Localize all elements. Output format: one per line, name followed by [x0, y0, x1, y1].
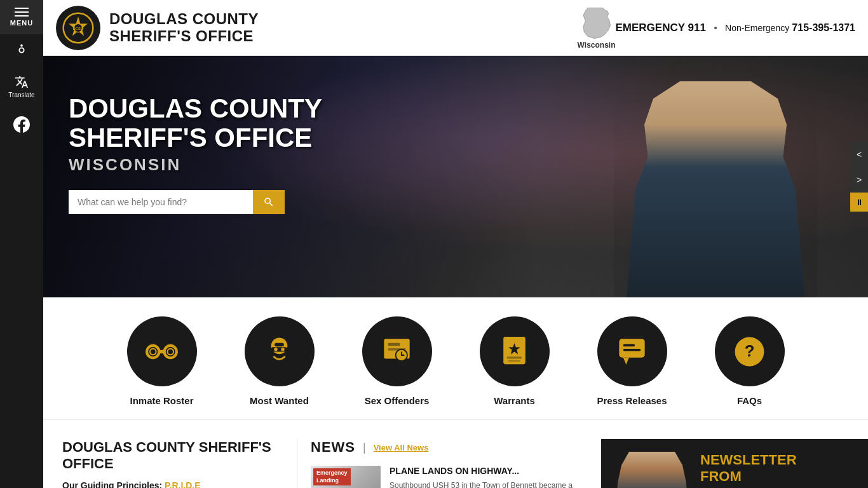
agency-logo[interactable]: DCSO — [56, 6, 100, 50]
warrants-label: Warrants — [494, 395, 534, 406]
search-icon — [263, 196, 275, 208]
hero-search-form — [69, 190, 285, 214]
pride-acronym: P.R.I.D.E — [165, 480, 201, 488]
non-emergency-number: 715-395-1371 — [792, 22, 855, 33]
news-thumbnail: Emergency Landing — [311, 466, 381, 488]
quick-link-press-releases[interactable]: Press Releases — [573, 316, 691, 406]
search-input[interactable] — [69, 190, 253, 214]
news-separator: | — [363, 441, 366, 454]
bottom-section: DOUGLAS COUNTY SHERIFF'S OFFICE Our Guid… — [43, 420, 868, 488]
slider-controls: < > ⏸ — [850, 142, 868, 212]
sheriff-badge-icon: DCSO — [62, 12, 94, 44]
hero-subtitle: WISCONSIN — [69, 155, 843, 175]
agency-name: DOUGLAS COUNTY SHERIFF'S OFFICE — [109, 11, 571, 44]
about-title: DOUGLAS COUNTY SHERIFF'S OFFICE — [62, 439, 278, 473]
quick-link-sex-offenders[interactable]: Sex Offenders — [338, 316, 456, 406]
about-principles-heading: Our Guiding Principles: P.R.I.D.E — [62, 480, 278, 488]
state-label: Wisconsin — [578, 41, 616, 50]
quick-link-most-wanted[interactable]: Most Wanted — [220, 316, 338, 406]
non-emergency-label: Non-Emergency — [725, 23, 789, 33]
svg-rect-20 — [508, 360, 520, 361]
question-icon: ? — [732, 334, 767, 369]
header: DCSO DOUGLAS COUNTY SHERIFF'S OFFICE Wis… — [43, 0, 868, 56]
sheriff-newsletter-photo — [614, 452, 690, 488]
sex-offenders-icon-circle — [362, 316, 432, 386]
star-badge-icon — [497, 334, 532, 369]
news-title: NEWS — [311, 439, 355, 456]
svg-rect-14 — [275, 342, 284, 346]
menu-label: MENU — [10, 19, 33, 27]
svg-rect-11 — [271, 347, 288, 351]
svg-point-5 — [147, 345, 159, 357]
newsletter-text: NEWSLETTER FROM SHERIFF IZZARD — [700, 452, 840, 488]
sidebar: MENU Translate — [0, 0, 43, 488]
translate-icon — [15, 75, 29, 89]
news-badge: Emergency Landing — [313, 468, 351, 485]
svg-text:DCSO: DCSO — [73, 27, 84, 30]
chat-icon — [614, 334, 649, 369]
svg-rect-7 — [158, 349, 165, 353]
view-all-news-link[interactable]: View All News — [374, 443, 429, 452]
translate-label: Translate — [8, 92, 34, 98]
facebook-icon — [13, 116, 30, 133]
quick-link-inmate-roster[interactable]: Inmate Roster — [103, 316, 220, 406]
svg-point-12 — [274, 348, 278, 351]
facebook-button[interactable] — [13, 107, 30, 144]
most-wanted-label: Most Wanted — [250, 395, 309, 406]
faqs-icon-circle: ? — [715, 316, 785, 386]
state-section: Wisconsin — [578, 6, 616, 50]
quick-link-faqs[interactable]: ? FAQs — [691, 316, 808, 406]
warrants-icon-circle — [480, 316, 550, 386]
news-excerpt: Southbound USH 53 in the Town of Bennett… — [390, 480, 588, 488]
news-headline[interactable]: PLANE LANDS ON HIGHWAY... — [390, 466, 588, 476]
quick-link-warrants[interactable]: Warrants — [456, 316, 573, 406]
press-releases-icon-circle — [597, 316, 667, 386]
hero-section: DOUGLAS COUNTY SHERIFF'S OFFICE WISCONSI… — [43, 56, 868, 297]
map-pin-icon — [379, 334, 414, 369]
emergency-contact: EMERGENCY 911 • Non-Emergency 715-395-13… — [615, 22, 855, 34]
hamburger-icon — [15, 8, 29, 17]
svg-rect-21 — [619, 339, 644, 357]
about-section: DOUGLAS COUNTY SHERIFF'S OFFICE Our Guid… — [43, 439, 297, 488]
svg-point-0 — [20, 44, 23, 47]
hero-content: DOUGLAS COUNTY SHERIFF'S OFFICE WISCONSI… — [43, 56, 868, 252]
news-content: PLANE LANDS ON HIGHWAY... Southbound USH… — [390, 466, 588, 488]
search-button[interactable] — [253, 190, 285, 214]
translate-button[interactable]: Translate — [0, 66, 43, 107]
svg-point-8 — [150, 348, 156, 355]
news-section: NEWS | View All News Emergency Landing P… — [297, 439, 601, 488]
slider-prev-button[interactable]: < — [850, 142, 868, 167]
inmate-roster-icon-circle — [127, 316, 197, 386]
news-thumb-bg: Emergency Landing — [311, 466, 381, 488]
handcuffs-icon — [144, 334, 179, 369]
svg-point-6 — [165, 345, 177, 357]
emergency-number: EMERGENCY 911 — [615, 22, 709, 34]
news-item: Emergency Landing PLANE LANDS ON HIGHWAY… — [311, 466, 588, 488]
accessibility-button[interactable] — [0, 34, 43, 66]
most-wanted-icon-circle — [245, 316, 315, 386]
press-releases-label: Press Releases — [597, 395, 667, 406]
quick-links-section: Inmate Roster Most Wanted — [43, 297, 868, 420]
accessibility-icon — [15, 43, 29, 57]
newsletter-section[interactable]: NEWSLETTER FROM SHERIFF IZZARD › — [601, 439, 868, 488]
newsletter-title: NEWSLETTER FROM SHERIFF IZZARD — [700, 452, 840, 488]
menu-button[interactable]: MENU — [0, 0, 43, 34]
svg-rect-23 — [623, 348, 641, 351]
slider-next-button[interactable]: > — [850, 167, 868, 193]
svg-point-13 — [281, 348, 285, 351]
svg-rect-22 — [623, 344, 635, 346]
separator: • — [714, 22, 717, 33]
hero-title: DOUGLAS COUNTY SHERIFF'S OFFICE — [69, 94, 843, 152]
svg-marker-24 — [623, 357, 629, 364]
svg-rect-19 — [507, 356, 522, 358]
agency-name-text: DOUGLAS COUNTY SHERIFF'S OFFICE — [109, 11, 571, 44]
slider-pause-button[interactable]: ⏸ — [850, 193, 868, 212]
svg-point-9 — [167, 348, 173, 355]
svg-text:?: ? — [745, 341, 755, 359]
main-content: DOUGLAS COUNTY SHERIFF'S OFFICE WISCONSI… — [43, 56, 868, 488]
sex-offenders-label: Sex Offenders — [365, 395, 430, 406]
faqs-label: FAQs — [737, 395, 762, 406]
bandit-icon — [262, 334, 297, 369]
inmate-roster-label: Inmate Roster — [130, 395, 193, 406]
news-header: NEWS | View All News — [311, 439, 588, 456]
